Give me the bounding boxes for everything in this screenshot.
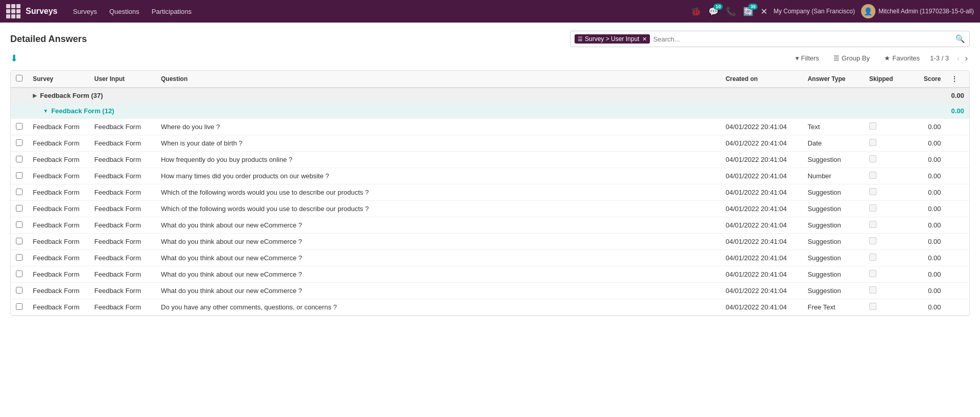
row-score: 0.00 <box>905 201 946 217</box>
row-checkbox[interactable] <box>16 287 23 294</box>
skipped-checkbox[interactable] <box>869 237 876 244</box>
skipped-checkbox[interactable] <box>869 139 876 146</box>
pagination-prev[interactable]: ‹ <box>955 53 962 64</box>
groupby-icon: ☰ <box>833 54 840 62</box>
favorites-button[interactable]: ★ Favorites <box>880 52 924 64</box>
row-checkbox-cell <box>11 283 28 299</box>
row-question: What do you think about our new eCommerc… <box>156 234 721 250</box>
row-answertype: Suggestion <box>803 250 864 266</box>
filter-tag-label: Survey > User Input <box>585 35 639 43</box>
row-checkbox-cell <box>11 266 28 283</box>
row-question: Where do you live ? <box>156 119 721 135</box>
skipped-checkbox[interactable] <box>869 286 876 294</box>
row-menu <box>946 168 969 184</box>
row-checkbox[interactable] <box>16 270 23 277</box>
row-answertype: Suggestion <box>803 184 864 201</box>
row-skipped <box>864 152 905 168</box>
row-answertype: Number <box>803 168 864 184</box>
pagination-info: 1-3 / 3 <box>930 54 949 62</box>
row-survey: Feedback Form <box>28 119 89 135</box>
skipped-checkbox[interactable] <box>869 155 876 162</box>
row-checkbox[interactable] <box>16 205 23 212</box>
phone-icon[interactable]: 📞 <box>726 7 736 16</box>
search-input[interactable] <box>653 35 952 43</box>
company-name: My Company (San Francisco) <box>773 8 855 15</box>
row-checkbox[interactable] <box>16 254 23 261</box>
row-checkbox[interactable] <box>16 303 23 310</box>
row-userinput: Feedback Form <box>89 217 156 234</box>
row-answertype: Free Text <box>803 299 864 316</box>
favorites-icon: ★ <box>884 54 890 62</box>
row-question: What do you think about our new eCommerc… <box>156 266 721 283</box>
row-answertype: Suggestion <box>803 217 864 234</box>
pagination-next[interactable]: › <box>963 53 970 64</box>
row-checkbox-cell <box>11 135 28 152</box>
refresh-icon[interactable]: 🔄 35 <box>743 7 753 16</box>
select-all-checkbox[interactable] <box>16 75 23 81</box>
toolbar-row2: ⬇ ▾ Filters ☰ Group By ★ Favorites 1-3 /… <box>10 52 970 64</box>
skipped-checkbox[interactable] <box>869 188 876 195</box>
row-checkbox[interactable] <box>16 221 23 228</box>
skipped-checkbox[interactable] <box>869 122 876 130</box>
row-checkbox-cell <box>11 234 28 250</box>
filter-tag-remove[interactable]: ✕ <box>642 36 647 43</box>
row-created: 04/01/2022 20:41:04 <box>721 135 803 152</box>
bug-icon[interactable]: 🐞 <box>691 7 701 16</box>
row-created: 04/01/2022 20:41:04 <box>721 152 803 168</box>
skipped-checkbox[interactable] <box>869 221 876 228</box>
groupby-label: Group By <box>842 54 870 62</box>
row-survey: Feedback Form <box>28 234 89 250</box>
chat-icon[interactable]: 💬 10 <box>708 7 719 16</box>
skipped-checkbox[interactable] <box>869 270 876 277</box>
row-survey: Feedback Form <box>28 250 89 266</box>
search-magnifier-icon[interactable]: 🔍 <box>955 34 965 44</box>
row-question: When is your date of birth ? <box>156 135 721 152</box>
group-row-1[interactable]: ▶ Feedback Form (37) 0.00 <box>11 88 969 103</box>
nav-questions[interactable]: Questions <box>104 6 145 17</box>
row-answertype: Text <box>803 119 864 135</box>
row-checkbox-cell <box>11 299 28 316</box>
row-menu <box>946 266 969 283</box>
table-header-row: Survey User Input Question Created on An… <box>11 71 969 88</box>
row-skipped <box>864 299 905 316</box>
download-button[interactable]: ⬇ <box>10 53 18 64</box>
row-userinput: Feedback Form <box>89 283 156 299</box>
row-score: 0.00 <box>905 266 946 283</box>
skipped-checkbox[interactable] <box>869 172 876 179</box>
row-menu <box>946 299 969 316</box>
row-userinput: Feedback Form <box>89 234 156 250</box>
close-icon[interactable]: ✕ <box>761 7 767 16</box>
active-filter-tag[interactable]: ☰ Survey > User Input ✕ <box>575 34 650 44</box>
avatar[interactable]: 👤 <box>861 4 875 18</box>
row-checkbox[interactable] <box>16 156 23 162</box>
header-userinput: User Input <box>89 71 156 88</box>
table-row: Feedback Form Feedback Form Which of the… <box>11 201 969 217</box>
row-answertype: Suggestion <box>803 201 864 217</box>
row-checkbox[interactable] <box>16 139 23 146</box>
group1-label-cell: ▶ Feedback Form (37) <box>28 88 946 103</box>
row-checkbox[interactable] <box>16 123 23 130</box>
row-survey: Feedback Form <box>28 135 89 152</box>
filters-button[interactable]: ▾ Filters <box>791 52 823 64</box>
row-checkbox[interactable] <box>16 172 23 179</box>
row-score: 0.00 <box>905 217 946 234</box>
apps-menu-icon[interactable] <box>6 4 21 18</box>
row-answertype: Suggestion <box>803 283 864 299</box>
skipped-checkbox[interactable] <box>869 254 876 261</box>
brand-title[interactable]: Surveys <box>26 7 57 16</box>
groupby-button[interactable]: ☰ Group By <box>829 52 874 64</box>
row-checkbox[interactable] <box>16 238 23 244</box>
group1-label: ▶ Feedback Form (37) <box>33 92 941 99</box>
row-survey: Feedback Form <box>28 266 89 283</box>
skipped-checkbox[interactable] <box>869 204 876 212</box>
row-checkbox-cell <box>11 250 28 266</box>
row-checkbox[interactable] <box>16 189 23 195</box>
toolbar-left: ⬇ <box>10 53 18 64</box>
nav-surveys[interactable]: Surveys <box>68 6 102 17</box>
skipped-checkbox[interactable] <box>869 303 876 310</box>
row-checkbox-cell <box>11 152 28 168</box>
row-menu <box>946 152 969 168</box>
nav-participations[interactable]: Participations <box>147 6 197 17</box>
group-row-2[interactable]: ▼ Feedback Form (12) 0.00 <box>11 103 969 119</box>
table-row: Feedback Form Feedback Form What do you … <box>11 266 969 283</box>
